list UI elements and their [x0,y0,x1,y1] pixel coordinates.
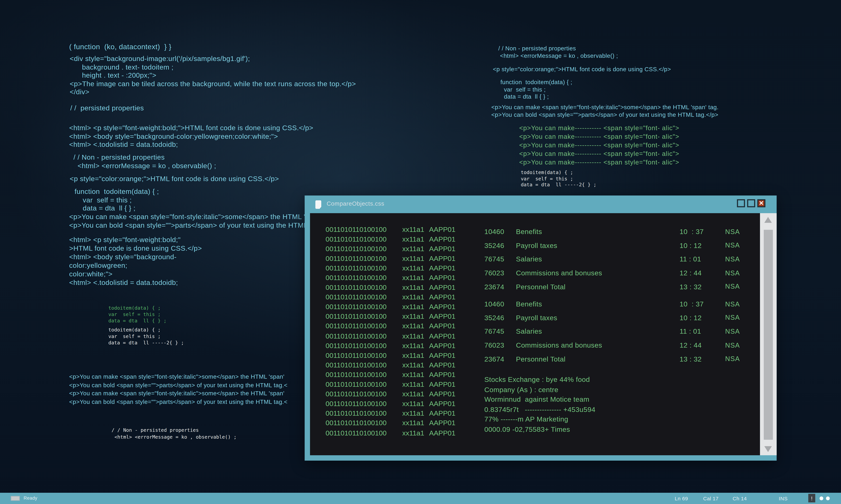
binary-value: 0011010110100100 [326,429,402,437]
status-column-number: Cal 17 [703,495,718,501]
scrollbar[interactable] [760,213,777,455]
text-line: color:white;"> [69,270,202,278]
binary-row: 0011010110100100xx11a1AAPP01 [326,312,456,321]
text-line: / / Non - persisted properties [73,153,216,162]
code-value: xx11a1 [402,284,429,291]
binary-value: 0011010110100100 [326,361,402,369]
binary-value: 0011010110100100 [326,274,402,282]
code-right-green-repeat: <p>You can make----------- <span style="… [519,124,679,166]
scroll-thumb[interactable] [764,230,773,440]
window-titlebar[interactable]: CompareObjects.css ✕ [305,196,776,213]
window-content: 0011010110100100xx11a1AAPP01001101011010… [310,213,760,455]
code-right-function-todoitem: function todoitem(data) { ; var self = t… [500,79,572,101]
row-label: Personnel Total [516,355,680,363]
code-value: xx11a1 [402,410,429,417]
code-mono-white-block: todoitem(data) { ;var self = this ;data … [108,327,184,346]
row-amount: 10460 [484,300,516,308]
row-time: 11 : 01 [680,255,725,263]
payroll-table-group-2: 10460Benefits10 : 37NSA35246Payroll taxe… [484,297,755,366]
row-time: 11 : 01 [680,327,725,336]
table-row: 10460Benefits10 : 37NSA [484,225,755,239]
binary-row: 0011010110100100xx11a1AAPP01 [326,389,456,399]
binary-row: 0011010110100100xx11a1AAPP01 [326,302,456,312]
text-line: <p>You can bold <span style="">parts</sp… [69,221,336,229]
text-line: <p>You can make----------- <span style="… [519,141,679,149]
binary-row: 0011010110100100xx11a1AAPP01 [326,292,456,302]
app-label: AAPP01 [429,390,456,398]
desktop: ( function (ko, datacontext) } } <div st… [0,0,841,504]
scroll-up-icon[interactable] [764,217,772,223]
app-label: AAPP01 [429,322,456,330]
text-line: <html> <body style="background-color:yel… [69,132,313,141]
code-block-function-header: ( function (ko, datacontext) } } [69,43,171,51]
scroll-down-icon[interactable] [764,446,772,452]
minimize-button[interactable] [737,199,745,207]
text-line: <html> <errorMessage = ko , observable()… [73,162,216,170]
text-line: var self = this ; [108,311,167,318]
code-value: xx11a1 [402,380,429,389]
text-line: Company (As ) : centre [484,385,596,395]
text-line: background . text- todoitem ; [70,63,356,71]
text-line: <p>The image can be tiled across the bac… [70,79,356,88]
row-tag: NSA [725,300,740,308]
table-row: 23674Personnel Total13 : 32NSA [484,280,755,293]
window-controls: ✕ [737,199,765,207]
code-value: xx11a1 [402,245,429,253]
code-value: xx11a1 [402,400,429,408]
binary-value: 0011010110100100 [326,245,402,253]
app-label: AAPP01 [429,245,456,253]
table-row: 35246Payroll taxes10 : 12NSA [484,239,755,252]
row-label: Salaries [516,327,680,336]
row-tag: NSA [725,283,740,290]
binary-row: 0011010110100100xx11a1AAPP01 [326,370,456,379]
row-tag: NSA [725,314,740,322]
code-right-mono-block: todoitem(data) { ;var self = this ;data … [521,170,596,188]
status-bar: Ready Ln 69 Cal 17 Ch 14 INS ! [0,493,841,504]
text-line: <p>You can make----------- <span style="… [519,158,679,166]
code-mono-green-block: todoitem(data) { ;var self = this ;data … [108,305,167,324]
code-value: xx11a1 [402,390,429,398]
code-value: xx11a1 [402,361,429,369]
window-title: CompareObjects.css [327,200,384,206]
code-right-span-lines: <p>You can make <span style="font-style:… [491,103,719,118]
row-tag: NSA [725,242,740,249]
alert-icon[interactable]: ! [808,494,815,502]
row-tag: NSA [725,328,740,335]
text-line: / / persisted properties [70,104,144,112]
table-row: 23674Personnel Total13 : 32NSA [484,352,755,366]
code-mono-non-persisted: / / Non - persisted properties <html> <e… [111,427,237,440]
row-time: 13 : 32 [680,355,725,363]
binary-data-rows: 0011010110100100xx11a1AAPP01001101011010… [326,224,456,438]
row-label: Payroll taxes [516,241,680,250]
close-button[interactable]: ✕ [757,199,766,207]
code-block-html-bold: <html> <p style="font-weight:bold;">HTML… [69,124,313,149]
app-label: AAPP01 [429,332,456,340]
text-line: todoitem(data) { ; [108,305,167,311]
row-label: Personnel Total [516,283,680,291]
text-line: <p>You can make <span style="font-style:… [491,103,719,111]
text-line: Stocks Exchange : bye 44% food [484,376,596,385]
row-label: Benefits [516,300,680,308]
code-block-wrapped-style: <html> <p style="font-weight:bold;">HTML… [69,236,202,287]
row-amount: 23674 [484,355,516,363]
maximize-button[interactable] [747,199,755,207]
text-line: <html> <.todolistid = data.todoidb; [69,278,202,287]
status-insert-mode[interactable]: INS [779,495,788,501]
row-tag: NSA [725,228,740,236]
compare-objects-window: CompareObjects.css ✕ 0011010110100100xx1… [305,196,776,461]
code-value: xx11a1 [402,254,429,263]
text-line: var self = this ; [521,176,596,182]
row-time: 10 : 37 [680,228,725,236]
text-line: <p>You can make----------- <span style="… [519,132,679,141]
app-label: AAPP01 [429,293,456,301]
row-time: 12 : 44 [680,341,725,349]
text-line: function todoitem(data) { ; [500,79,572,86]
app-label: AAPP01 [429,410,456,417]
row-tag: NSA [725,269,740,277]
code-value: xx11a1 [402,371,429,379]
row-label: Benefits [516,228,680,236]
binary-row: 0011010110100100xx11a1AAPP01 [326,331,456,341]
binary-value: 0011010110100100 [326,380,402,389]
row-amount: 76023 [484,341,516,349]
row-tag: NSA [725,255,740,263]
